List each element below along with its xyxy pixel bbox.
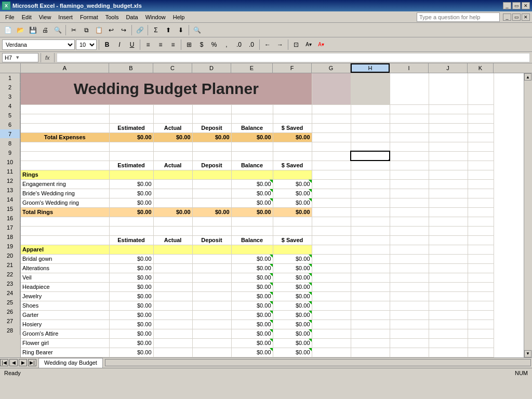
cell-I10[interactable] [390,179,429,189]
cell-E5[interactable]: $0.00 [231,132,273,142]
cell-J22[interactable] [429,291,468,301]
cell-D19[interactable] [192,263,231,273]
cell-A28[interactable]: Ring Bearer [21,348,109,357]
cell-A4[interactable] [21,123,109,132]
cell-J3[interactable] [429,114,468,123]
cell-F16-saved[interactable]: $ Saved [273,235,312,245]
cell-G20[interactable] [312,273,351,282]
new-button[interactable]: 📄 [2,24,14,36]
cell-E7[interactable] [231,151,273,161]
menu-help[interactable]: Help [170,13,188,21]
cell-J5[interactable] [429,132,468,142]
cell-K27[interactable] [468,338,494,348]
cell-K9[interactable] [468,170,494,179]
help-search-input[interactable] [417,12,500,22]
cell-D11[interactable] [192,189,231,198]
cell-E2[interactable] [231,104,273,114]
tab-last-button[interactable]: ▶| [28,359,36,366]
cell-D28[interactable] [192,348,231,357]
restore-button[interactable]: ▭ [512,2,521,9]
cell-B7[interactable] [109,151,153,161]
cell-J28[interactable] [429,348,468,357]
cell-K1[interactable] [468,73,494,104]
cell-K22[interactable] [468,291,494,301]
cell-A23[interactable]: Shoes [21,301,109,310]
cell-B21[interactable]: $0.00 [109,282,153,291]
cell-A16[interactable] [21,235,109,245]
tab-prev-button[interactable]: ◀ [9,359,18,366]
increase-indent-button[interactable]: → [274,39,286,50]
cell-A19[interactable]: Alterations [21,263,109,273]
cell-K24[interactable] [468,310,494,320]
cell-B26[interactable]: $0.00 [109,329,153,338]
cell-F21[interactable]: $0.00 [273,282,312,291]
cell-D3[interactable] [192,114,231,123]
cell-I25[interactable] [390,320,429,329]
cell-I11[interactable] [390,189,429,198]
cell-D6[interactable] [192,142,231,151]
cell-B5[interactable]: $0.00 [109,132,153,142]
row-header-5[interactable]: 5 [0,111,20,120]
cell-F18[interactable]: $0.00 [273,254,312,263]
cell-H18[interactable] [351,254,390,263]
cell-A9-rings[interactable]: Rings [21,170,109,179]
cell-H7-selected[interactable] [351,151,390,161]
col-header-G[interactable]: G [312,63,351,73]
cell-G2[interactable] [312,104,351,114]
cell-D13[interactable]: $0.00 [192,207,231,217]
cell-E28[interactable]: $0.00 [231,348,273,357]
cell-A20[interactable]: Veil [21,273,109,282]
row-header-25[interactable]: 25 [0,298,20,307]
cell-I1[interactable] [390,73,429,104]
minimize-app-button[interactable]: _ [503,14,511,21]
cell-J19[interactable] [429,263,468,273]
cell-A2[interactable] [21,104,109,114]
cell-H17[interactable] [351,245,390,254]
row-header-15[interactable]: 15 [0,204,20,214]
cell-C8-actual[interactable]: Actual [153,161,192,170]
cell-B14[interactable] [109,217,153,226]
col-header-K[interactable]: K [468,63,494,73]
cell-B13[interactable]: $0.00 [109,207,153,217]
cell-J2[interactable] [429,104,468,114]
row-header-8[interactable]: 8 [0,139,20,148]
cell-B23[interactable]: $0.00 [109,301,153,310]
cell-G6[interactable] [312,142,351,151]
cell-E25[interactable]: $0.00 [231,320,273,329]
row-header-13[interactable]: 13 [0,185,20,195]
cell-D4-deposit[interactable]: Deposit [192,123,231,132]
cell-I15[interactable] [390,226,429,235]
cell-F6[interactable] [273,142,312,151]
cell-B6[interactable] [109,142,153,151]
cell-H10[interactable] [351,179,390,189]
cell-I3[interactable] [390,114,429,123]
cell-J12[interactable] [429,198,468,207]
cell-C22[interactable] [153,291,192,301]
cell-A12[interactable]: Groom's Wedding ring [21,198,109,207]
cell-H6[interactable] [351,142,390,151]
cell-G21[interactable] [312,282,351,291]
currency-button[interactable]: $ [196,39,207,50]
cell-D20[interactable] [192,273,231,282]
row-header-14[interactable]: 14 [0,195,20,204]
cell-I9[interactable] [390,170,429,179]
cell-H15[interactable] [351,226,390,235]
cell-C16-actual[interactable]: Actual [153,235,192,245]
cell-K20[interactable] [468,273,494,282]
cell-D25[interactable] [192,320,231,329]
close-app-button[interactable]: ✕ [522,14,530,21]
cell-I5[interactable] [390,132,429,142]
cell-I19[interactable] [390,263,429,273]
paste-button[interactable]: 📋 [93,24,104,36]
cell-I26[interactable] [390,329,429,338]
cell-E14[interactable] [231,217,273,226]
col-header-B[interactable]: B [109,63,153,73]
cell-F14[interactable] [273,217,312,226]
cell-H11[interactable] [351,189,390,198]
cell-B12[interactable]: $0.00 [109,198,153,207]
copy-button[interactable]: ⧉ [81,24,92,36]
cell-D12[interactable] [192,198,231,207]
cell-E27[interactable]: $0.00 [231,338,273,348]
cell-A27[interactable]: Flower girl [21,338,109,348]
cell-D23[interactable] [192,301,231,310]
